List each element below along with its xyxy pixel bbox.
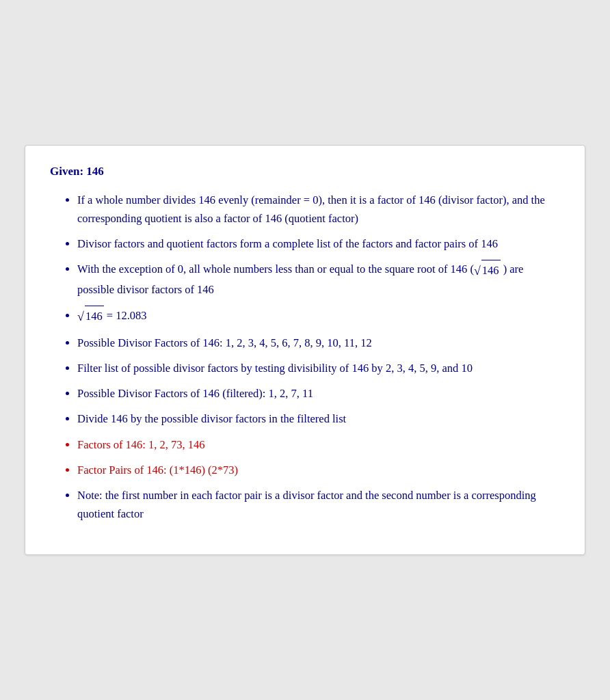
list-item-factor-pairs: Factor Pairs of 146: (1*146) (2*73)	[77, 461, 560, 479]
item-text: Factor Pairs of 146: (1*146) (2*73)	[77, 463, 238, 476]
sqrt-expression: √146	[474, 262, 501, 275]
list-item: Possible Divisor Factors of 146: 1, 2, 3…	[77, 334, 560, 352]
item-text: Filter list of possible divisor factors …	[77, 362, 473, 375]
item-text: Factors of 146: 1, 2, 73, 146	[77, 438, 205, 451]
item-text: Divide 146 by the possible divisor facto…	[77, 412, 346, 425]
list-item: Filter list of possible divisor factors …	[77, 359, 560, 377]
facts-list: If a whole number divides 146 evenly (re…	[50, 191, 560, 524]
item-text: With the exception of 0, all whole numbe…	[77, 262, 523, 296]
item-text: Divisor factors and quotient factors for…	[77, 237, 498, 250]
list-item-factors: Factors of 146: 1, 2, 73, 146	[77, 435, 560, 454]
list-item: Divide 146 by the possible divisor facto…	[77, 409, 560, 428]
item-text: If a whole number divides 146 evenly (re…	[77, 193, 545, 225]
list-item: √146 = 12.083	[77, 306, 560, 327]
list-item: Divisor factors and quotient factors for…	[77, 234, 560, 253]
item-text: √146 = 12.083	[77, 309, 147, 322]
list-item: With the exception of 0, all whole numbe…	[77, 260, 560, 299]
main-card: Given: 146 If a whole number divides 146…	[25, 145, 585, 556]
list-item: Note: the first number in each factor pa…	[77, 486, 560, 523]
sqrt-expression: √146	[77, 309, 104, 322]
item-text: Note: the first number in each factor pa…	[77, 489, 536, 520]
item-text: Possible Divisor Factors of 146 (filtere…	[77, 387, 313, 400]
item-text: Possible Divisor Factors of 146: 1, 2, 3…	[77, 336, 372, 349]
list-item: If a whole number divides 146 evenly (re…	[77, 191, 560, 228]
list-item: Possible Divisor Factors of 146 (filtere…	[77, 384, 560, 403]
given-label: Given: 146	[50, 165, 560, 178]
